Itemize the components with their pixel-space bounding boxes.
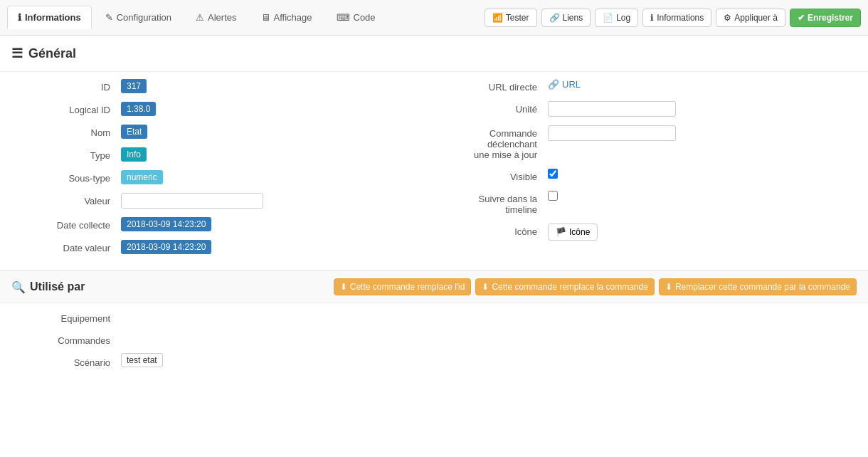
id-label: ID xyxy=(21,79,121,93)
tab-alertes[interactable]: ⚠ Alertes xyxy=(185,6,247,29)
form-columns: ID 317 Logical ID 1.38.0 Nom Etat xyxy=(21,79,847,263)
visible-checkbox[interactable] xyxy=(548,169,558,179)
tab-configuration[interactable]: ✎ Configuration xyxy=(95,6,182,29)
log-button[interactable]: 📄 Log xyxy=(595,9,638,27)
icone-label: Icône xyxy=(448,224,548,237)
download-icon-2: ⬇ xyxy=(482,282,489,292)
equipement-row: Equipement xyxy=(21,310,847,324)
replace-command-button[interactable]: ⬇ Cette commande remplace la commande xyxy=(475,278,654,295)
visible-checkbox-container[interactable] xyxy=(548,169,847,181)
sous-type-value: numeric xyxy=(121,170,420,184)
download-icon-1: ⬇ xyxy=(340,282,347,292)
tester-button[interactable]: 📶 Tester xyxy=(485,9,537,27)
info-icon: ℹ xyxy=(18,12,21,23)
nom-row: Nom Etat xyxy=(21,125,420,139)
valeur-value[interactable] xyxy=(121,193,420,209)
commande-input[interactable] xyxy=(548,125,676,141)
timeline-checkbox-container[interactable] xyxy=(548,191,847,203)
id-badge: 317 xyxy=(121,79,147,93)
visible-row: Visible xyxy=(448,169,847,182)
date-valeur-badge: 2018-03-09 14:23:20 xyxy=(121,240,211,254)
unite-row: Unité xyxy=(448,101,847,117)
type-row: Type Info xyxy=(21,147,420,162)
valeur-input[interactable] xyxy=(121,193,263,209)
replace-by-command-button[interactable]: ⬇ Remplacer cette commande par la comman… xyxy=(659,278,857,295)
date-valeur-value: 2018-03-09 14:23:20 xyxy=(121,240,420,254)
scenario-value: test etat xyxy=(121,354,847,365)
valeur-row: Valeur xyxy=(21,193,420,209)
url-label: URL directe xyxy=(448,79,548,93)
link-icon: 🔗 xyxy=(549,13,560,23)
form-right-col: URL directe 🔗 URL Unité xyxy=(420,79,847,263)
id-value: 317 xyxy=(121,79,420,93)
used-by-buttons: ⬇ Cette commande remplace l'id ⬇ Cette c… xyxy=(334,278,857,295)
scenario-row: Scénario test etat xyxy=(21,354,847,368)
scenario-label: Scénario xyxy=(21,354,121,368)
used-by-header: 🔍 Utilisé par ⬇ Cette commande remplace … xyxy=(0,270,868,303)
date-collecte-label: Date collecte xyxy=(21,217,121,231)
commandes-row: Commandes xyxy=(21,332,847,346)
used-by-title: 🔍 Utilisé par xyxy=(11,280,85,294)
display-icon: 🖥 xyxy=(261,12,270,23)
general-section-header: ☰ Général xyxy=(0,36,868,72)
commande-value[interactable] xyxy=(548,125,847,141)
toolbar: 📶 Tester 🔗 Liens 📄 Log ℹ Informations ⚙ … xyxy=(485,9,861,27)
config-icon: ✎ xyxy=(105,12,113,23)
icone-row: Icône 🏴 Icône xyxy=(448,224,847,241)
sous-type-badge: numeric xyxy=(121,170,163,184)
main-content: ☰ Général ID 317 Logical ID 1.38.0 xyxy=(0,36,868,384)
enregistrer-button[interactable]: ✔ Enregistrer xyxy=(790,9,861,27)
icone-value[interactable]: 🏴 Icône xyxy=(548,224,847,241)
check-icon: ✔ xyxy=(798,13,805,23)
gear-icon: ⚙ xyxy=(724,13,731,23)
nom-badge: Etat xyxy=(121,125,147,139)
commandes-label: Commandes xyxy=(21,332,121,346)
visible-label: Visible xyxy=(448,169,548,182)
unite-value[interactable] xyxy=(548,101,847,117)
info2-icon: ℹ xyxy=(650,13,654,23)
download-icon-3: ⬇ xyxy=(665,282,672,292)
liens-button[interactable]: 🔗 Liens xyxy=(541,9,591,27)
url-value: 🔗 URL xyxy=(548,79,847,90)
timeline-label: Suivre dans la timeline xyxy=(448,191,548,215)
tab-code[interactable]: ⌨ Code xyxy=(326,6,386,29)
logical-id-label: Logical ID xyxy=(21,102,121,115)
form-left-col: ID 317 Logical ID 1.38.0 Nom Etat xyxy=(21,79,420,263)
external-link-icon: 🔗 xyxy=(548,79,559,90)
date-collecte-value: 2018-03-09 14:23:20 xyxy=(121,217,420,231)
used-by-form: Equipement Commandes Scénario test etat xyxy=(0,303,868,384)
unite-label: Unité xyxy=(448,101,548,115)
sous-type-row: Sous-type numeric xyxy=(21,170,420,184)
url-row: URL directe 🔗 URL xyxy=(448,79,847,93)
valeur-label: Valeur xyxy=(21,193,121,206)
date-valeur-label: Date valeur xyxy=(21,240,121,253)
type-badge: Info xyxy=(121,147,147,162)
flag-icon: 🏴 xyxy=(556,227,566,237)
timeline-checkbox[interactable] xyxy=(548,191,558,201)
general-form: ID 317 Logical ID 1.38.0 Nom Etat xyxy=(0,72,868,270)
icone-button[interactable]: 🏴 Icône xyxy=(548,224,598,241)
informations-button[interactable]: ℹ Informations xyxy=(642,9,711,27)
code-icon: ⌨ xyxy=(337,12,350,23)
list-icon: ☰ xyxy=(11,46,23,61)
tab-affichage[interactable]: 🖥 Affichage xyxy=(250,6,323,29)
signal-icon: 📶 xyxy=(492,13,503,23)
logical-id-badge: 1.38.0 xyxy=(121,102,156,116)
nom-label: Nom xyxy=(21,125,121,138)
logical-id-row: Logical ID 1.38.0 xyxy=(21,102,420,116)
commande-row: Commande déclenchant une mise à jour xyxy=(448,125,847,160)
alert-icon: ⚠ xyxy=(196,12,204,23)
date-valeur-row: Date valeur 2018-03-09 14:23:20 xyxy=(21,240,420,254)
replace-id-button[interactable]: ⬇ Cette commande remplace l'id xyxy=(334,278,472,295)
log-icon: 📄 xyxy=(603,13,613,23)
equipement-label: Equipement xyxy=(21,310,121,324)
logical-id-value: 1.38.0 xyxy=(121,102,420,116)
tab-informations[interactable]: ℹ Informations xyxy=(7,6,92,29)
unite-input[interactable] xyxy=(548,101,676,117)
nom-value: Etat xyxy=(121,125,420,139)
scenario-badge: test etat xyxy=(121,353,163,367)
top-navigation: ℹ Informations ✎ Configuration ⚠ Alertes… xyxy=(0,0,868,36)
url-link[interactable]: 🔗 URL xyxy=(548,79,847,90)
type-value: Info xyxy=(121,147,420,162)
appliquer-button[interactable]: ⚙ Appliquer à xyxy=(716,9,785,27)
